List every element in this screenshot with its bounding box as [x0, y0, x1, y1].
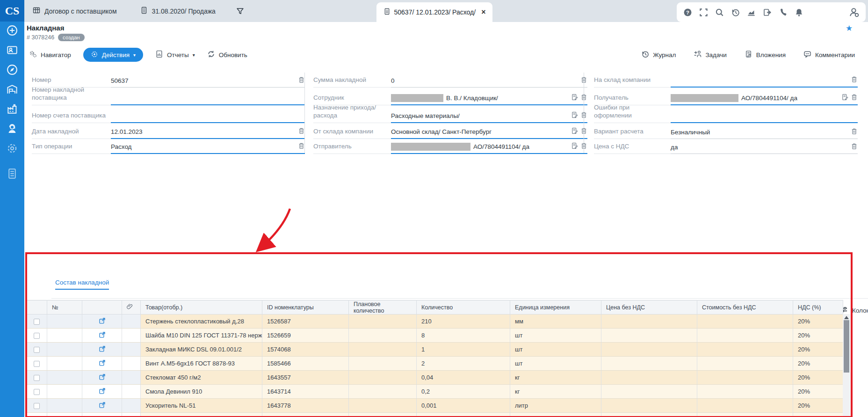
cell-qty[interactable]: 0,001 — [417, 399, 510, 413]
table-row[interactable]: Смола Девинил 910 1643714 0,2 кг 20% — [27, 385, 843, 399]
cell-vat[interactable]: 20% — [793, 385, 843, 399]
sidebar-item-production[interactable] — [0, 100, 24, 120]
filter-icon[interactable] — [236, 7, 244, 15]
cell-price[interactable] — [601, 329, 697, 343]
cell-cost[interactable] — [697, 371, 793, 385]
cell-price[interactable] — [601, 385, 697, 399]
cell-price[interactable] — [601, 371, 697, 385]
external-link-icon[interactable] — [99, 359, 106, 366]
attachments-button[interactable]: Вложения — [745, 50, 786, 59]
cell-id[interactable]: 1643557 — [262, 371, 349, 385]
sidebar-item-support[interactable] — [0, 120, 24, 139]
cell-planned[interactable] — [349, 385, 417, 399]
external-link-icon[interactable] — [99, 345, 106, 352]
comments-button[interactable]: Комментарии — [803, 50, 855, 59]
cell-vat[interactable]: 20% — [793, 343, 843, 357]
cell-id[interactable]: 1574068 — [262, 343, 349, 357]
external-link-icon[interactable] — [99, 416, 106, 417]
tab-contract[interactable]: Договор с поставщиком — [30, 7, 120, 15]
cell-product[interactable]: Ускоритель NL-51 — [141, 399, 262, 413]
cell-cost[interactable] — [697, 343, 793, 357]
cell-unit[interactable] — [510, 413, 601, 417]
scroll-up-arrow[interactable] — [844, 316, 849, 319]
trash-icon[interactable] — [851, 94, 858, 102]
edit-record-icon[interactable] — [571, 127, 578, 136]
header-attach[interactable] — [122, 300, 141, 315]
fullscreen-icon[interactable] — [699, 8, 708, 17]
cell-id[interactable]: 1643714 — [262, 385, 349, 399]
edit-record-icon[interactable] — [571, 94, 578, 102]
cell-unit[interactable]: кг — [510, 385, 601, 399]
field-value[interactable]: В. В./ Кладовщик/ — [391, 94, 587, 105]
field-value[interactable]: 12.01.2023 — [111, 128, 305, 139]
cell-price[interactable] — [601, 357, 697, 371]
sidebar-item-settings[interactable] — [0, 139, 24, 159]
doc-export-icon[interactable] — [763, 8, 772, 17]
cell-planned[interactable] — [349, 329, 417, 343]
row-checkbox[interactable] — [34, 389, 40, 395]
edit-record-icon[interactable] — [571, 142, 578, 151]
navigator-button[interactable]: Навигатор — [29, 50, 71, 59]
cell-product[interactable]: Стекломат 450 г/м2 — [141, 371, 262, 385]
header-id[interactable]: ID номенклатуры — [262, 300, 349, 315]
field-value[interactable] — [111, 112, 305, 123]
field-value[interactable]: Основной склад/ Санкт-Петербург — [391, 128, 587, 139]
sidebar-item-navigator[interactable] — [0, 61, 24, 80]
cell-qty[interactable]: 1 — [417, 343, 510, 357]
cell-id[interactable]: 1526587 — [262, 315, 349, 329]
cell-planned[interactable] — [349, 315, 417, 329]
cell-qty[interactable]: 2 — [417, 357, 510, 371]
header-planned[interactable]: Плановое количество — [349, 300, 417, 315]
cell-id[interactable]: 1643778 — [262, 399, 349, 413]
trash-icon[interactable] — [851, 128, 858, 136]
row-checkbox[interactable] — [34, 361, 40, 367]
field-value[interactable] — [671, 76, 858, 88]
header-price[interactable]: Цена без НДС — [601, 300, 697, 315]
cell-price[interactable] — [601, 413, 697, 417]
header-cost[interactable]: Стоимость без НДС — [697, 300, 793, 315]
field-value[interactable]: АО/7804491104/ да — [391, 143, 587, 154]
trash-icon[interactable] — [298, 76, 305, 85]
header-unit[interactable]: Единица измерения — [510, 300, 601, 315]
field-value[interactable]: Безналичный — [671, 128, 858, 139]
cell-vat[interactable]: 20% — [793, 399, 843, 413]
user-icon[interactable] — [849, 7, 859, 17]
field-value[interactable]: 50637 — [111, 76, 305, 88]
row-checkbox[interactable] — [34, 319, 40, 325]
cell-product[interactable]: Винт А.М5-6gх16 ГОСТ 8878-93 — [141, 357, 262, 371]
cell-cost[interactable] — [697, 357, 793, 371]
cell-vat[interactable]: 20% — [793, 315, 843, 329]
cell-cost[interactable] — [697, 399, 793, 413]
cell-vat[interactable]: 20% — [793, 357, 843, 371]
app-logo[interactable]: CS — [0, 0, 24, 22]
cell-product[interactable]: Шайба М10 DIN 125 ГОСТ 11371-78 нерж — [141, 329, 262, 343]
edit-record-icon[interactable] — [571, 111, 578, 120]
trash-icon[interactable] — [851, 76, 858, 84]
cell-unit[interactable]: мм — [510, 315, 601, 329]
cell-planned[interactable] — [349, 399, 417, 413]
cell-cost[interactable] — [697, 329, 793, 343]
field-value[interactable]: Расход — [111, 143, 305, 154]
cell-unit[interactable]: шт — [510, 343, 601, 357]
actions-button[interactable]: Действия ▾ — [83, 48, 143, 62]
header-vat[interactable]: НДС (%) — [793, 300, 843, 315]
phone-icon[interactable] — [779, 8, 788, 17]
history-icon[interactable] — [731, 8, 740, 17]
sidebar-item-contacts[interactable] — [0, 41, 24, 61]
scrollbar-thumb[interactable] — [844, 320, 849, 373]
tab-invoice-contents[interactable]: Состав накладной — [55, 279, 109, 290]
table-row[interactable]: Стержень стеклопластиковый д,28 1526587 … — [27, 315, 843, 329]
edit-record-icon[interactable] — [841, 94, 848, 102]
header-num[interactable]: № — [47, 300, 82, 315]
journal-button[interactable]: Журнал — [641, 50, 676, 59]
cell-qty[interactable] — [417, 413, 510, 417]
close-icon[interactable]: × — [481, 8, 485, 16]
tab-active-invoice[interactable]: 50637/ 12.01.2023/ Расход/ × — [376, 2, 492, 22]
cell-price[interactable] — [601, 315, 697, 329]
external-link-icon[interactable] — [99, 317, 106, 324]
cell-unit[interactable]: кг — [510, 371, 601, 385]
table-scrollbar[interactable] — [843, 314, 850, 417]
sidebar-item-documents[interactable] — [0, 165, 24, 184]
cell-product[interactable]: Закладная МИКС DSL 09.01.001/2 — [141, 343, 262, 357]
trash-icon[interactable] — [851, 143, 858, 151]
